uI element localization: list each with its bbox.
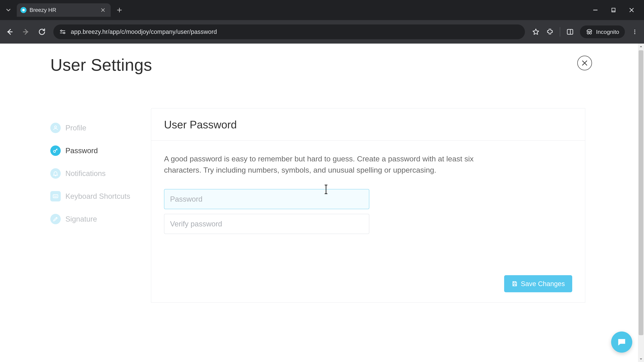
sidebar-item-notifications[interactable]: Notifications bbox=[50, 162, 151, 185]
address-bar[interactable]: app.breezy.hr/app/c/moodjoy/company/user… bbox=[53, 24, 525, 39]
svg-point-10 bbox=[54, 126, 56, 128]
password-input[interactable] bbox=[164, 189, 369, 209]
reload-icon bbox=[38, 28, 46, 36]
arrow-right-icon bbox=[22, 28, 30, 36]
svg-point-5 bbox=[587, 32, 589, 34]
svg-point-9 bbox=[634, 33, 635, 34]
scroll-down-button[interactable] bbox=[638, 356, 644, 362]
close-icon bbox=[100, 7, 106, 12]
window-maximize-button[interactable] bbox=[610, 6, 618, 14]
svg-rect-12 bbox=[53, 195, 58, 198]
minimize-icon bbox=[592, 7, 598, 13]
svg-point-8 bbox=[634, 31, 635, 32]
settings-body: Profile Password Notifications bbox=[0, 108, 644, 303]
chevron-down-icon bbox=[639, 357, 643, 361]
new-tab-button[interactable] bbox=[114, 5, 124, 15]
puzzle-icon bbox=[546, 28, 554, 35]
tab-title: Breezy HR bbox=[30, 7, 97, 13]
tab-strip: Breezy HR bbox=[0, 0, 644, 20]
browser-toolbar: app.breezy.hr/app/c/moodjoy/company/user… bbox=[0, 20, 644, 43]
svg-point-7 bbox=[634, 30, 635, 31]
side-panel-button[interactable] bbox=[566, 28, 574, 36]
tab-close-button[interactable] bbox=[100, 7, 106, 13]
bell-icon bbox=[50, 168, 61, 179]
keyboard-icon bbox=[50, 191, 61, 201]
tab-search-dropdown[interactable] bbox=[3, 5, 14, 15]
sidebar-item-password[interactable]: Password bbox=[50, 139, 151, 162]
sidebar-item-keyboard-shortcuts[interactable]: Keyboard Shortcuts bbox=[50, 185, 151, 208]
plus-icon bbox=[116, 7, 122, 13]
window-close-button[interactable] bbox=[628, 6, 636, 14]
browser-menu-button[interactable] bbox=[630, 28, 639, 36]
sidebar-item-label: Keyboard Shortcuts bbox=[66, 192, 130, 200]
password-fields bbox=[164, 189, 369, 234]
chevron-up-icon bbox=[639, 44, 643, 49]
tab-favicon-icon bbox=[20, 7, 26, 13]
svg-point-11 bbox=[54, 150, 56, 152]
scroll-up-button[interactable] bbox=[638, 43, 644, 50]
url-text: app.breezy.hr/app/c/moodjoy/company/user… bbox=[71, 28, 217, 35]
incognito-icon bbox=[586, 28, 593, 35]
close-icon bbox=[581, 59, 588, 67]
extensions-button[interactable] bbox=[546, 28, 554, 36]
save-button-label: Save Changes bbox=[521, 280, 565, 288]
settings-sidebar: Profile Password Notifications bbox=[50, 108, 151, 303]
window-minimize-button[interactable] bbox=[591, 6, 600, 14]
toolbar-separator bbox=[560, 27, 560, 36]
page-viewport: User Settings Profile Password bbox=[0, 43, 644, 362]
scrollbar-thumb[interactable] bbox=[639, 50, 643, 335]
password-hint-text: A good password is easy to remember but … bbox=[164, 153, 476, 176]
svg-point-6 bbox=[590, 32, 592, 34]
kebab-icon bbox=[632, 29, 638, 35]
vertical-scrollbar[interactable] bbox=[638, 43, 644, 362]
back-button[interactable] bbox=[5, 27, 14, 36]
toolbar-actions: Incognito bbox=[532, 25, 639, 38]
tune-icon bbox=[59, 28, 66, 35]
chat-widget-button[interactable] bbox=[611, 332, 632, 353]
incognito-indicator[interactable]: Incognito bbox=[580, 25, 625, 38]
card-footer: Save Changes bbox=[151, 247, 585, 302]
card-title: User Password bbox=[164, 118, 572, 131]
sidebar-item-profile[interactable]: Profile bbox=[50, 116, 151, 139]
browser-chrome: Breezy HR bbox=[0, 0, 644, 43]
close-settings-button[interactable] bbox=[577, 56, 592, 70]
page-header: User Settings bbox=[0, 43, 644, 75]
window-controls bbox=[591, 6, 641, 14]
incognito-label: Incognito bbox=[596, 29, 619, 35]
bookmark-button[interactable] bbox=[532, 28, 540, 36]
arrow-left-icon bbox=[6, 28, 14, 36]
save-changes-button[interactable]: Save Changes bbox=[504, 275, 572, 292]
reload-button[interactable] bbox=[37, 27, 46, 36]
panel-icon bbox=[566, 28, 574, 35]
page-content: User Settings Profile Password bbox=[0, 43, 644, 362]
close-icon bbox=[628, 7, 634, 13]
save-icon bbox=[512, 281, 518, 287]
verify-password-input[interactable] bbox=[164, 214, 369, 234]
svg-point-0 bbox=[22, 9, 25, 11]
browser-tab[interactable]: Breezy HR bbox=[17, 3, 111, 17]
maximize-icon bbox=[611, 7, 616, 13]
sidebar-item-label: Password bbox=[66, 146, 98, 155]
svg-rect-1 bbox=[612, 8, 615, 11]
key-icon bbox=[50, 145, 61, 156]
sidebar-item-label: Profile bbox=[66, 124, 86, 132]
site-info-button[interactable] bbox=[59, 28, 66, 35]
chat-icon bbox=[616, 337, 627, 347]
chevron-down-icon bbox=[5, 7, 12, 13]
card-header: User Password bbox=[151, 108, 585, 141]
sidebar-item-signature[interactable]: Signature bbox=[50, 208, 151, 230]
svg-point-2 bbox=[61, 30, 62, 31]
forward-button[interactable] bbox=[21, 27, 30, 36]
card-body: A good password is easy to remember but … bbox=[151, 141, 585, 247]
settings-card: User Password A good password is easy to… bbox=[151, 108, 585, 303]
sidebar-item-label: Notifications bbox=[66, 169, 106, 178]
page-title: User Settings bbox=[50, 55, 644, 75]
star-icon bbox=[532, 28, 540, 36]
user-icon bbox=[50, 123, 61, 133]
sidebar-item-label: Signature bbox=[66, 215, 97, 223]
svg-point-3 bbox=[64, 32, 65, 34]
pencil-icon bbox=[50, 214, 61, 224]
